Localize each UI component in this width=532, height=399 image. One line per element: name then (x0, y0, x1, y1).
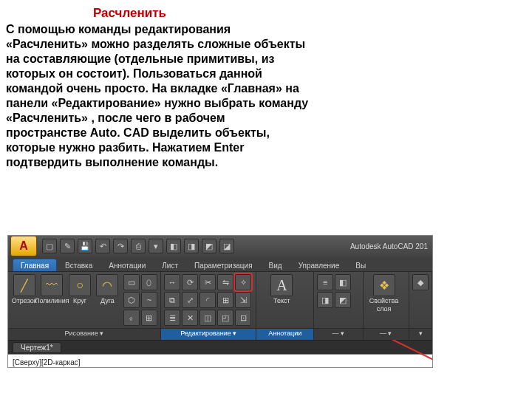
move-icon[interactable]: ↔ (164, 274, 180, 290)
document-tab[interactable]: Чертеж1* (13, 342, 61, 353)
scale-icon[interactable]: ⤢ (182, 292, 198, 308)
properties-icon: ❖ (373, 274, 395, 296)
qat-icon[interactable]: ◨ (184, 239, 199, 253)
circle-button[interactable]: ○ Круг (66, 274, 92, 326)
circle-icon: ○ (69, 274, 91, 296)
polyline-button[interactable]: 〰 Полилиния (38, 274, 65, 326)
ribbon-tab-strip: Главная Вставка Аннотации Лист Параметри… (8, 256, 432, 271)
polyline-icon: 〰 (41, 274, 63, 296)
rotate-icon[interactable]: ⟳ (182, 274, 198, 290)
text-label: Текст (273, 297, 290, 304)
properties-label-1: Свойства (369, 297, 399, 304)
line-label: Отрезок (12, 297, 37, 304)
layer-icon-3[interactable]: ◨ (317, 292, 333, 308)
panel-draw-title: Рисование ▾ (8, 328, 160, 340)
properties-label-2: слоя (377, 305, 392, 313)
extra-icon[interactable]: ◆ (412, 274, 429, 290)
layer-icon-4[interactable]: ◩ (335, 292, 351, 308)
offset-icon[interactable]: ≣ (164, 310, 180, 326)
panel-draw: ╱ Отрезок 〰 Полилиния ○ Круг ◠ Дуга ▭ (8, 272, 161, 340)
qat-new-icon[interactable]: ▢ (42, 239, 57, 253)
section-title: Расчленить (93, 6, 526, 21)
draw-small-6[interactable]: ⊞ (141, 310, 157, 326)
draw-small-2[interactable]: ⬡ (123, 292, 140, 308)
draw-small-1[interactable]: ▭ (123, 274, 140, 290)
explode-button[interactable]: ✧ (235, 274, 251, 290)
document-tab-strip: Чертеж1* (8, 340, 432, 354)
panel-modify-title: Редактирование ▾ (161, 328, 256, 340)
polyline-label: Полилиния (35, 297, 69, 304)
section-body: С помощью команды редактирования «Расчле… (6, 22, 309, 170)
qat-open-icon[interactable]: ✎ (60, 239, 75, 253)
tab-layout[interactable]: Лист (154, 259, 186, 271)
autocad-logo-icon: A (19, 239, 28, 253)
panel-modify: ↔ ⟳ ✂ ⇋ ✧ ⧉ ⤢ ◜ ⊞ ⇲ ≣ ✕ ◫ ◰ (161, 272, 256, 340)
arc-label: Дуга (100, 297, 115, 304)
trim-icon[interactable]: ✂ (200, 274, 216, 290)
ribbon: ╱ Отрезок 〰 Полилиния ○ Круг ◠ Дуга ▭ (8, 271, 432, 340)
array-icon[interactable]: ⊞ (217, 292, 233, 308)
draw-small-5[interactable]: ~ (141, 292, 157, 308)
tab-output[interactable]: Вы (347, 259, 374, 271)
tab-manage[interactable]: Управление (290, 259, 348, 271)
autocad-screenshot: A ▢ ✎ 💾 ↶ ↷ ⎙ ▾ ◧ ◨ ◩ ◪ Autodesk AutoCAD… (7, 235, 433, 368)
panel-properties: ❖ Свойства слоя — ▾ (364, 272, 410, 340)
modify-icon-2[interactable]: ◰ (217, 310, 233, 326)
line-button[interactable]: ╱ Отрезок (11, 274, 37, 326)
qat-icon[interactable]: ◩ (202, 239, 216, 253)
panel-layers-title: — ▾ (314, 328, 362, 340)
panel-properties-title: — ▾ (364, 328, 409, 340)
panel-extra-title: ▾ (409, 328, 432, 340)
panel-extra: ◆ ▾ (409, 272, 432, 340)
tab-parametric[interactable]: Параметризация (186, 259, 261, 271)
modify-icon-1[interactable]: ◫ (200, 310, 216, 326)
tab-insert[interactable]: Вставка (57, 259, 100, 271)
app-title: Autodesk AutoCAD 201 (350, 242, 428, 250)
tab-home[interactable]: Главная (13, 259, 57, 271)
panel-annotation-title: Аннотации (256, 328, 313, 340)
quick-access-toolbar: ▢ ✎ 💾 ↶ ↷ ⎙ ▾ ◧ ◨ ◩ ◪ (42, 239, 234, 253)
stretch-icon[interactable]: ⇲ (235, 292, 251, 308)
view-label[interactable]: [Сверху][2D-каркас] (13, 358, 81, 366)
arc-icon: ◠ (96, 274, 118, 296)
viewport: [Сверху][2D-каркас] (8, 354, 432, 368)
line-icon: ╱ (13, 274, 35, 296)
draw-small-4[interactable]: ⬯ (141, 274, 157, 290)
tab-annotate[interactable]: Аннотации (100, 259, 154, 271)
title-bar: A ▢ ✎ 💾 ↶ ↷ ⎙ ▾ ◧ ◨ ◩ ◪ Autodesk AutoCAD… (8, 236, 432, 256)
properties-button[interactable]: ❖ Свойства слоя (366, 274, 402, 313)
tab-view[interactable]: Вид (261, 259, 290, 271)
app-menu-button[interactable]: A (10, 236, 37, 256)
circle-label: Круг (73, 297, 86, 304)
copy-icon[interactable]: ⧉ (164, 292, 180, 308)
fillet-icon[interactable]: ◜ (200, 292, 216, 308)
qat-icon[interactable]: ◪ (219, 239, 234, 253)
draw-small-3[interactable]: ⬨ (123, 310, 140, 326)
text-button[interactable]: A Текст (259, 274, 304, 304)
qat-icon[interactable]: ◧ (166, 239, 181, 253)
mirror-icon[interactable]: ⇋ (217, 274, 233, 290)
panel-layers: ≡◧ ◨◩ — ▾ (314, 272, 363, 340)
qat-undo-icon[interactable]: ↶ (95, 239, 110, 253)
qat-save-icon[interactable]: 💾 (78, 239, 92, 253)
qat-more-icon[interactable]: ▾ (149, 239, 163, 253)
arc-button[interactable]: ◠ Дуга (95, 274, 120, 326)
text-icon: A (270, 274, 293, 296)
erase-icon[interactable]: ✕ (182, 310, 198, 326)
layer-icon[interactable]: ≡ (317, 274, 333, 290)
panel-annotation: A Текст Аннотации (256, 272, 314, 340)
layer-icon-2[interactable]: ◧ (335, 274, 351, 290)
modify-icon-3[interactable]: ⊡ (235, 310, 251, 326)
qat-plot-icon[interactable]: ⎙ (131, 239, 146, 253)
qat-redo-icon[interactable]: ↷ (113, 239, 128, 253)
